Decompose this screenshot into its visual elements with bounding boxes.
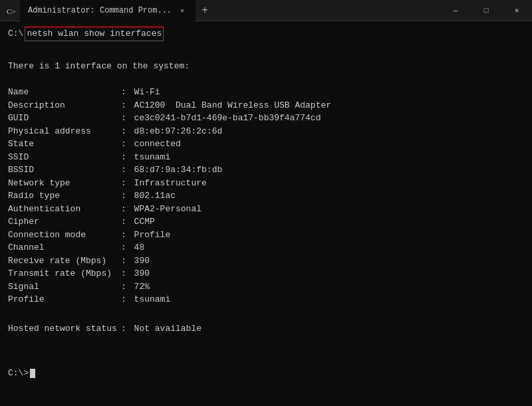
field-name-label: State: [8, 138, 121, 151]
field-separator: :: [121, 99, 132, 112]
field-line: Physical address: d8:eb:97:26:2c:6d: [8, 125, 524, 138]
field-value-text: 390: [134, 254, 150, 268]
field-line: Description: AC1200 Dual Band Wireless U…: [8, 99, 524, 112]
field-line: Channel: 48: [8, 241, 524, 254]
tab-area: Administrator: Command Prom... ✕ +: [20, 0, 440, 21]
blank-line-3: [8, 309, 524, 322]
terminal-tab[interactable]: Administrator: Command Prom... ✕: [20, 0, 196, 21]
hosted-network-line: Hosted network status : Not available: [8, 322, 524, 336]
field-value-text: 390: [134, 267, 150, 280]
field-name-label: SSID: [8, 151, 121, 164]
field-value-text: tsunami: [134, 293, 171, 306]
field-value-text: 802.11ac: [134, 189, 176, 203]
hosted-network-label: Hosted network status: [8, 322, 121, 336]
tab-label: Administrator: Command Prom...: [28, 6, 172, 15]
field-separator: :: [121, 138, 132, 151]
cmd-icon: C>: [5, 5, 16, 16]
field-separator: :: [121, 177, 132, 190]
field-name-label: Authentication: [8, 203, 121, 216]
title-bar: C> Administrator: Command Prom... ✕ + — …: [0, 0, 532, 21]
field-line: Network type: Infrastructure: [8, 177, 524, 190]
field-separator: :: [121, 267, 132, 280]
field-name-label: Physical address: [8, 125, 121, 138]
field-separator: :: [121, 293, 132, 306]
field-value-text: connected: [134, 138, 181, 151]
field-separator: :: [121, 215, 132, 229]
fields-section: Name: Wi-FiDescription: AC1200 Dual Band…: [8, 86, 524, 306]
field-value-text: ce3c0241-b7d1-469e-ba17-bb39f4a774cd: [134, 112, 321, 125]
field-name-label: Profile: [8, 293, 121, 306]
field-line: State: connected: [8, 138, 524, 151]
field-value-text: 68:d7:9a:34:fb:db: [134, 163, 223, 177]
field-separator: :: [121, 86, 132, 99]
field-separator: :: [121, 254, 132, 268]
field-name-label: Radio type: [8, 189, 121, 203]
field-name-label: Signal: [8, 280, 121, 294]
field-name-label: Cipher: [8, 215, 121, 229]
field-value-text: Infrastructure: [134, 177, 207, 190]
terminal-window: C> Administrator: Command Prom... ✕ + — …: [0, 0, 532, 406]
maximize-button[interactable]: □: [471, 0, 501, 21]
field-name-label: GUID: [8, 112, 121, 125]
field-separator: :: [121, 112, 132, 125]
field-separator: :: [121, 241, 132, 254]
field-line: SSID: tsunami: [8, 151, 524, 164]
field-name-label: Channel: [8, 241, 121, 254]
tab-close-button[interactable]: ✕: [177, 5, 188, 16]
field-line: BSSID: 68:d7:9a:34:fb:db: [8, 163, 524, 177]
svg-text:C>: C>: [7, 7, 16, 15]
field-value-text: WPA2-Personal: [134, 203, 201, 216]
blank-line-5: [8, 348, 524, 361]
field-separator: :: [121, 229, 132, 242]
minimize-button[interactable]: —: [440, 0, 471, 21]
field-line: Receive rate (Mbps): 390: [8, 254, 524, 268]
field-separator: :: [121, 151, 132, 164]
header-text: There is 1 interface on the system:: [8, 60, 190, 73]
field-value-text: 72%: [134, 280, 150, 294]
field-separator: :: [121, 163, 132, 177]
field-line: Authentication: WPA2-Personal: [8, 203, 524, 216]
field-line: Signal: 72%: [8, 280, 524, 294]
field-line: Name: Wi-Fi: [8, 86, 524, 99]
field-line: Transmit rate (Mbps): 390: [8, 267, 524, 280]
field-value-text: Profile: [134, 229, 171, 242]
field-value-text: CCMP: [134, 215, 155, 229]
close-button[interactable]: ✕: [501, 0, 532, 21]
field-line: Cipher: CCMP: [8, 215, 524, 229]
blank-line-4: [8, 335, 524, 348]
field-separator: :: [121, 125, 132, 138]
terminal-content[interactable]: C:\ netsh wlan show interfaces There is …: [0, 21, 532, 406]
blank-line-1: [8, 47, 524, 60]
next-prompt-line: C:\>: [8, 367, 524, 380]
field-separator: :: [121, 189, 132, 203]
field-value-text: d8:eb:97:26:2c:6d: [134, 125, 223, 138]
field-separator: :: [121, 203, 132, 216]
command-line: C:\ netsh wlan show interfaces: [8, 27, 524, 41]
field-line: GUID: ce3c0241-b7d1-469e-ba17-bb39f4a774…: [8, 112, 524, 125]
hosted-network-value: Not available: [134, 322, 201, 336]
field-value-text: AC1200 Dual Band Wireless USB Adapter: [134, 99, 331, 112]
field-line: Radio type: 802.11ac: [8, 189, 524, 203]
field-name-label: Transmit rate (Mbps): [8, 267, 121, 280]
field-name-label: Receive rate (Mbps): [8, 254, 121, 268]
new-tab-button[interactable]: +: [196, 1, 214, 20]
cursor-block: [30, 369, 35, 378]
interface-header: There is 1 interface on the system:: [8, 60, 524, 73]
prompt2: C:\>: [8, 367, 29, 380]
field-line: Profile: tsunami: [8, 293, 524, 306]
field-name-label: Connection mode: [8, 229, 121, 242]
blank-line-2: [8, 72, 524, 86]
field-name-label: Name: [8, 86, 121, 99]
field-name-label: Network type: [8, 177, 121, 190]
field-value-text: tsunami: [134, 151, 171, 164]
field-value-text: Wi-Fi: [134, 86, 160, 99]
command-text: netsh wlan show interfaces: [25, 27, 164, 41]
field-value-text: 48: [134, 241, 145, 254]
window-controls: — □ ✕: [440, 0, 532, 21]
field-name-label: Description: [8, 99, 121, 112]
prompt-prefix: C:\: [8, 27, 23, 41]
field-line: Connection mode: Profile: [8, 229, 524, 242]
field-name-label: BSSID: [8, 163, 121, 177]
hosted-network-sep: :: [121, 322, 132, 336]
field-separator: :: [121, 280, 132, 294]
